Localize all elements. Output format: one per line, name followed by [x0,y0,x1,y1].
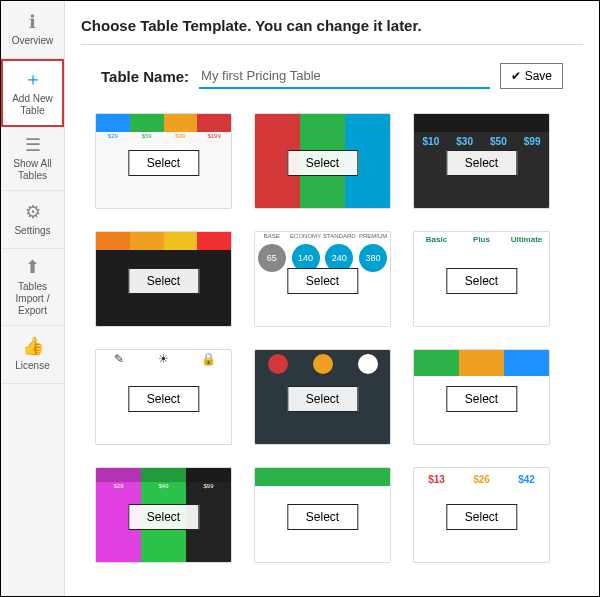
template-card[interactable]: $10 $30 $50 $99 Select [413,113,550,209]
price-text: $199 [197,132,231,140]
template-card[interactable]: BASE65 ECONOMY140 STANDARD240 PREMIUM380… [254,231,391,327]
price-text: $50 [482,136,516,147]
col-head: PREMIUM [356,232,390,240]
price-text: $13 [414,468,459,491]
sidebar-item-add-new-table[interactable]: ＋ Add New Table [1,59,64,127]
save-button-label: Save [525,69,552,83]
list-icon: ☰ [25,135,41,157]
select-button[interactable]: Select [128,150,199,176]
upload-icon: ⬆ [25,257,40,279]
select-button[interactable]: Select [446,268,517,294]
template-card[interactable]: $29 $49 $99 Select [95,467,232,563]
page-title: Choose Table Template. You can change it… [81,11,583,45]
sidebar-item-label: Show All Tables [5,158,60,182]
select-button[interactable]: Select [128,268,199,294]
price-text: $30 [448,136,482,147]
sidebar: ℹ Overview ＋ Add New Table ☰ Show All Ta… [1,1,65,596]
col-head: STANDARD [323,232,357,240]
sidebar-item-label: Add New Table [7,93,58,117]
template-card[interactable]: BasicPlusUltimate Select [413,231,550,327]
price-text: $99 [164,132,198,140]
select-button[interactable]: Select [287,150,358,176]
table-name-row: Table Name: ✔ Save [101,63,563,89]
sidebar-item-label: Settings [14,225,50,237]
select-button[interactable]: Select [446,504,517,530]
price-text: $10 [414,136,448,147]
template-grid: $29 $59 $99 $199 Select Select $10 $30 $… [81,113,583,563]
select-button[interactable]: Select [128,386,199,412]
sidebar-item-license[interactable]: 👍 License [1,326,64,384]
template-card[interactable]: Select [95,231,232,327]
sidebar-item-label: Tables Import / Export [5,281,60,317]
price-text: $29 [96,132,130,140]
value-circle: 65 [258,244,286,272]
price-text: $42 [504,468,549,491]
template-card[interactable]: Select [254,349,391,445]
price-text: $29 [96,482,141,490]
info-icon: ℹ [29,12,36,34]
template-card[interactable]: Select [254,467,391,563]
template-card[interactable]: $13 $26 $42 Select [413,467,550,563]
price-text: $26 [459,468,504,491]
select-button[interactable]: Select [287,504,358,530]
save-button[interactable]: ✔ Save [500,63,563,89]
value-circle: 380 [359,244,387,272]
sidebar-item-settings[interactable]: ⚙ Settings [1,191,64,249]
price-text: $49 [141,482,186,490]
sidebar-item-overview[interactable]: ℹ Overview [1,1,64,59]
table-name-input[interactable] [199,64,490,89]
template-card[interactable]: Select [254,113,391,209]
sidebar-item-show-all-tables[interactable]: ☰ Show All Tables [1,127,64,192]
select-button[interactable]: Select [287,268,358,294]
price-text: $99 [186,482,231,490]
select-button[interactable]: Select [287,386,358,412]
check-icon: ✔ [511,69,521,83]
template-card[interactable]: $29 $59 $99 $199 Select [95,113,232,209]
select-button[interactable]: Select [446,386,517,412]
gear-icon: ⚙ [25,202,41,224]
table-name-label: Table Name: [101,68,189,85]
plus-circle-icon: ＋ [24,69,42,91]
sidebar-item-import-export[interactable]: ⬆ Tables Import / Export [1,249,64,326]
sidebar-item-label: Overview [12,35,54,47]
thumbs-up-icon: 👍 [22,336,44,358]
price-text: $59 [130,132,164,140]
select-button[interactable]: Select [128,504,199,530]
col-head: BASE [255,232,289,240]
col-head: ECONOMY [289,232,323,240]
template-card[interactable]: ✎☀🔒 Select [95,349,232,445]
sidebar-item-label: License [15,360,49,372]
main-content: Choose Table Template. You can change it… [65,1,599,596]
price-text: $99 [515,136,549,147]
template-card[interactable]: Select [413,349,550,445]
select-button[interactable]: Select [446,150,517,176]
